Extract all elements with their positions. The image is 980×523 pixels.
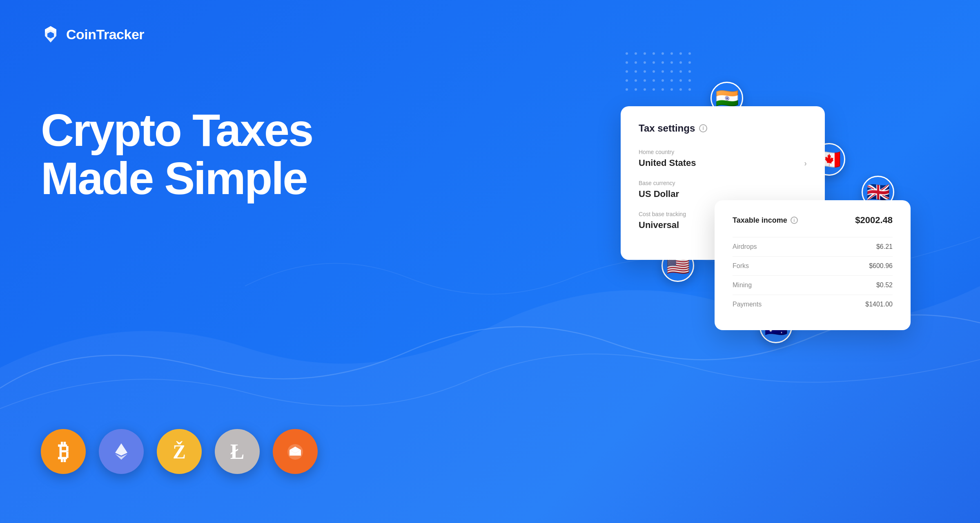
- income-forks-row: Forks $600.96: [733, 256, 893, 275]
- cards-area: 🇮🇳 🇨🇦 🇬🇧 🇺🇸 🇦🇺 Tax settings i Home count…: [621, 82, 947, 400]
- base-currency-row[interactable]: Base currency US Dollar: [639, 180, 807, 199]
- base-currency-value: US Dollar: [639, 189, 807, 199]
- monero-coin: [273, 429, 318, 474]
- home-country-row[interactable]: Home country United States ›: [639, 149, 807, 168]
- forks-value: $600.96: [869, 262, 893, 270]
- payments-label: Payments: [733, 301, 762, 308]
- zcash-coin: Ž: [157, 429, 202, 474]
- forks-label: Forks: [733, 262, 749, 270]
- logo-area[interactable]: CoinTracker: [41, 25, 144, 44]
- crypto-coins-row: ₿ Ž Ł: [41, 429, 318, 474]
- income-airdrops-row: Airdrops $6.21: [733, 237, 893, 256]
- income-info-icon[interactable]: i: [791, 217, 798, 224]
- income-mining-row: Mining $0.52: [733, 275, 893, 295]
- headline-line2: Made Simple: [41, 154, 312, 203]
- bitcoin-coin: ₿: [41, 429, 86, 474]
- mining-label: Mining: [733, 282, 752, 289]
- taxable-income-card: Taxable income i $2002.48 Airdrops $6.21…: [715, 200, 911, 330]
- litecoin-coin: Ł: [215, 429, 260, 474]
- mining-value: $0.52: [876, 282, 893, 289]
- tax-card-title: Tax settings i: [639, 123, 807, 134]
- payments-value: $1401.00: [865, 301, 893, 308]
- cointracker-logo-icon: [41, 25, 60, 44]
- income-payments-row: Payments $1401.00: [733, 295, 893, 314]
- income-title: Taxable income i: [733, 216, 798, 225]
- income-header: Taxable income i $2002.48: [733, 215, 893, 226]
- headline: Crypto Taxes Made Simple: [41, 106, 312, 202]
- logo-text: CoinTracker: [66, 27, 144, 42]
- airdrops-label: Airdrops: [733, 243, 757, 250]
- base-currency-label: Base currency: [639, 180, 807, 186]
- info-icon[interactable]: i: [699, 124, 707, 132]
- home-country-chevron: ›: [804, 159, 807, 168]
- home-country-value: United States ›: [639, 158, 807, 168]
- home-country-label: Home country: [639, 149, 807, 155]
- airdrops-value: $6.21: [876, 243, 893, 250]
- headline-line1: Crypto Taxes: [41, 106, 312, 154]
- svg-marker-0: [115, 443, 127, 456]
- income-total: $2002.48: [855, 215, 893, 226]
- ethereum-coin: [99, 429, 144, 474]
